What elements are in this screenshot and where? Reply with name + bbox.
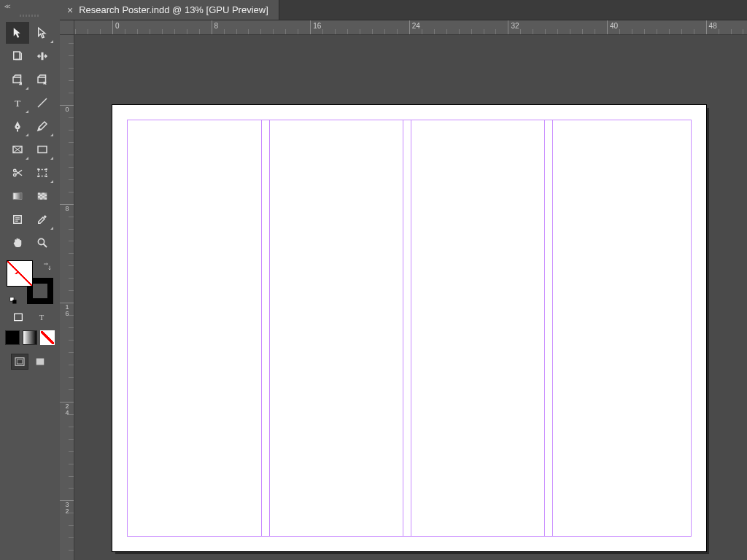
gradient-feather-tool[interactable] (31, 185, 54, 207)
svg-rect-30 (40, 198, 42, 199)
apply-fill-row (6, 331, 54, 344)
apply-color-chip[interactable] (6, 331, 19, 344)
svg-rect-31 (44, 198, 47, 199)
column-guide (261, 120, 262, 537)
free-transform-tool[interactable] (31, 162, 54, 184)
pen-tool[interactable] (6, 115, 29, 137)
svg-rect-25 (42, 193, 44, 195)
formatting-affects-text-icon[interactable]: T (35, 311, 48, 324)
canvas[interactable] (74, 35, 747, 560)
fill-swatch[interactable] (7, 261, 32, 286)
formatting-affects-container-icon[interactable] (12, 311, 25, 324)
svg-line-6 (38, 98, 47, 107)
selection-tool[interactable] (6, 22, 29, 44)
svg-rect-44 (17, 359, 23, 364)
screen-mode-row (12, 354, 48, 369)
gradient-swatch-tool[interactable] (6, 185, 29, 207)
gap-tool[interactable] (31, 45, 54, 67)
normal-view-mode-icon[interactable] (12, 354, 28, 369)
line-tool[interactable] (31, 92, 54, 114)
page-icon (11, 50, 24, 63)
svg-rect-24 (38, 193, 40, 195)
cursor-arrow-outline-icon (36, 26, 49, 39)
formatting-affects-row: T (12, 311, 48, 324)
rectangle-icon (36, 143, 49, 156)
svg-rect-28 (38, 196, 40, 198)
document-tab[interactable]: × Research Poster.indd @ 13% [GPU Previe… (60, 0, 279, 20)
ruler-tick-label: 8 (61, 206, 73, 212)
default-fill-stroke-icon[interactable] (9, 296, 19, 306)
preview-view-mode-icon[interactable] (32, 354, 48, 369)
content-collector-icon (11, 73, 24, 86)
svg-rect-17 (39, 170, 47, 176)
eyedropper-tool[interactable] (31, 209, 54, 230)
close-tab-icon[interactable]: × (67, 4, 73, 16)
zoom-tool[interactable] (31, 232, 54, 254)
collapse-panel-icon[interactable]: << (0, 1, 14, 12)
pen-icon (11, 120, 24, 133)
svg-rect-0 (14, 52, 20, 60)
free-transform-icon (36, 166, 49, 179)
ruler-tick-label: 24 (412, 22, 420, 30)
document-viewport[interactable]: 081624324048 08162432 (60, 20, 747, 560)
pencil-icon (36, 120, 49, 133)
svg-point-36 (38, 238, 44, 244)
svg-line-37 (44, 244, 47, 248)
svg-text:T: T (39, 314, 44, 322)
gradient-feather-icon (36, 190, 49, 203)
zoom-icon (36, 236, 49, 249)
svg-rect-43 (15, 358, 24, 366)
scissors-tool[interactable] (6, 162, 29, 184)
panel-grip[interactable] (0, 12, 60, 19)
ruler-tick-label: 0 (115, 22, 120, 30)
svg-text:T: T (15, 98, 21, 109)
svg-rect-27 (44, 195, 47, 196)
svg-rect-39 (12, 300, 16, 303)
ruler-tick-label: 48 (709, 22, 717, 30)
column-guide (269, 120, 270, 537)
note-tool[interactable] (6, 209, 29, 230)
apply-gradient-chip[interactable] (23, 331, 36, 344)
tools-panel: << T (0, 0, 60, 560)
hand-tool[interactable] (6, 232, 29, 254)
type-tool[interactable]: T (6, 92, 29, 114)
line-icon (36, 96, 49, 109)
content-placer-tool[interactable] (31, 69, 54, 90)
pencil-tool[interactable] (31, 115, 54, 137)
column-guide (544, 120, 545, 537)
svg-rect-29 (42, 196, 44, 198)
gradient-swatch-icon (11, 190, 24, 203)
ruler-origin-corner[interactable] (60, 20, 74, 35)
rectangle-tool[interactable] (31, 139, 54, 160)
column-guide (411, 120, 411, 537)
column-guide (552, 120, 553, 537)
ruler-tick-label: 32 (511, 22, 519, 30)
ruler-tick-label: 16 (313, 22, 321, 30)
svg-rect-45 (36, 359, 44, 365)
rectangle-frame-tool[interactable] (6, 139, 29, 160)
type-icon: T (11, 96, 24, 109)
svg-rect-12 (38, 147, 47, 153)
cursor-arrow-icon (11, 26, 24, 39)
svg-point-7 (17, 126, 18, 128)
eyedropper-icon (36, 213, 49, 226)
apply-none-chip[interactable] (41, 331, 54, 344)
svg-rect-20 (37, 176, 39, 177)
ruler-tick-label: 40 (610, 22, 618, 30)
hand-icon (11, 236, 24, 249)
vertical-ruler[interactable]: 08162432 (60, 35, 74, 560)
content-collector-tool[interactable] (6, 69, 29, 90)
swap-fill-stroke-icon[interactable] (41, 261, 53, 273)
horizontal-ruler[interactable]: 081624324048 (74, 20, 747, 35)
direct-selection-tool[interactable] (31, 22, 54, 44)
rectangle-frame-icon (11, 143, 24, 156)
gap-icon (36, 50, 49, 63)
svg-rect-22 (13, 193, 22, 200)
tool-grid: T (3, 19, 57, 260)
svg-rect-19 (46, 168, 47, 170)
ruler-tick-label: 8 (214, 22, 219, 30)
scissors-icon (11, 166, 24, 179)
margin-guide (127, 120, 692, 537)
svg-rect-18 (37, 168, 39, 170)
page-tool[interactable] (6, 45, 29, 67)
